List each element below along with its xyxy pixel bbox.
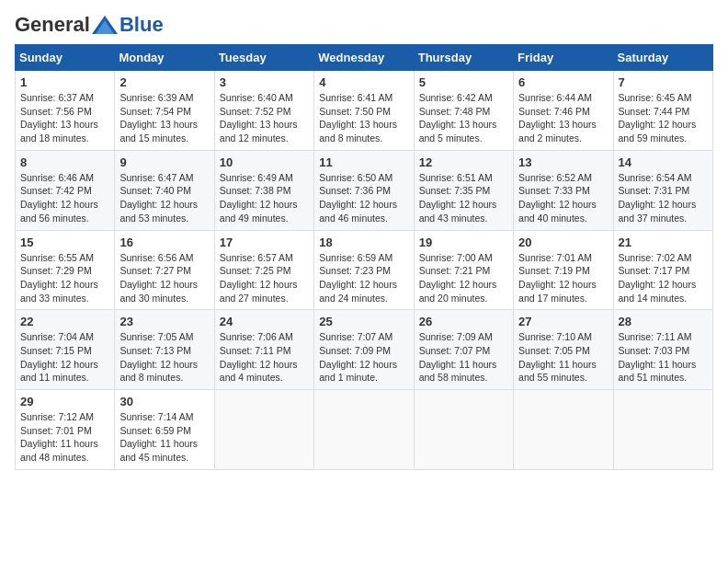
calendar-week-row: 22 Sunrise: 7:04 AMSunset: 7:15 PMDaylig… [16,310,713,390]
day-info: Sunrise: 7:10 AMSunset: 7:05 PMDaylight:… [518,331,597,383]
calendar-day-cell: 10 Sunrise: 6:49 AMSunset: 7:38 PMDaylig… [214,150,313,230]
calendar-header-day: Sunday [16,45,115,71]
calendar-day-cell [514,390,613,470]
day-number: 30 [119,395,209,408]
day-info: Sunrise: 6:57 AMSunset: 7:25 PMDaylight:… [220,252,298,304]
day-number: 19 [419,236,508,249]
day-info: Sunrise: 6:52 AMSunset: 7:33 PMDaylight:… [518,172,597,224]
calendar-day-cell: 16 Sunrise: 6:56 AMSunset: 7:27 PMDaylig… [115,230,214,310]
day-info: Sunrise: 6:40 AMSunset: 7:52 PMDaylight:… [220,92,298,144]
day-number: 23 [119,315,209,328]
calendar-day-cell: 19 Sunrise: 7:00 AMSunset: 7:21 PMDaylig… [414,230,513,310]
calendar-header-day: Monday [115,45,214,71]
day-number: 24 [220,315,309,328]
calendar-day-cell: 3 Sunrise: 6:40 AMSunset: 7:52 PMDayligh… [214,71,313,151]
day-info: Sunrise: 6:39 AMSunset: 7:54 PMDaylight:… [119,92,198,144]
day-info: Sunrise: 6:56 AMSunset: 7:27 PMDaylight:… [119,252,198,304]
day-number: 3 [220,75,309,89]
calendar-day-cell: 13 Sunrise: 6:52 AMSunset: 7:33 PMDaylig… [514,150,613,230]
day-info: Sunrise: 7:09 AMSunset: 7:07 PMDaylight:… [419,331,497,383]
calendar-week-row: 15 Sunrise: 6:55 AMSunset: 7:29 PMDaylig… [16,230,713,310]
day-info: Sunrise: 6:47 AMSunset: 7:40 PMDaylight:… [119,172,198,224]
calendar-day-cell: 29 Sunrise: 7:12 AMSunset: 7:01 PMDaylig… [16,390,115,470]
day-number: 20 [518,236,608,249]
day-info: Sunrise: 7:01 AMSunset: 7:19 PMDaylight:… [518,252,597,304]
calendar-day-cell: 18 Sunrise: 6:59 AMSunset: 7:23 PMDaylig… [314,230,414,310]
calendar-table: SundayMondayTuesdayWednesdayThursdayFrid… [15,44,713,470]
calendar-day-cell: 8 Sunrise: 6:46 AMSunset: 7:42 PMDayligh… [16,150,115,230]
day-info: Sunrise: 6:41 AMSunset: 7:50 PMDaylight:… [319,92,397,144]
calendar-day-cell [314,390,414,470]
day-info: Sunrise: 6:54 AMSunset: 7:31 PMDaylight:… [619,172,697,224]
calendar-day-cell [414,390,513,470]
day-info: Sunrise: 6:45 AMSunset: 7:44 PMDaylight:… [619,92,697,144]
day-info: Sunrise: 7:14 AMSunset: 6:59 PMDaylight:… [119,411,198,463]
calendar-day-cell: 24 Sunrise: 7:06 AMSunset: 7:11 PMDaylig… [214,310,313,390]
calendar-header-row: SundayMondayTuesdayWednesdayThursdayFrid… [16,45,713,71]
day-info: Sunrise: 7:02 AMSunset: 7:17 PMDaylight:… [619,252,697,304]
day-number: 18 [319,236,408,249]
day-info: Sunrise: 6:37 AMSunset: 7:56 PMDaylight:… [20,92,98,144]
day-info: Sunrise: 7:11 AMSunset: 7:03 PMDaylight:… [619,331,697,383]
day-number: 4 [319,75,408,89]
day-info: Sunrise: 7:00 AMSunset: 7:21 PMDaylight:… [419,252,497,304]
calendar-week-row: 29 Sunrise: 7:12 AMSunset: 7:01 PMDaylig… [16,390,713,470]
calendar-day-cell: 1 Sunrise: 6:37 AMSunset: 7:56 PMDayligh… [16,71,115,151]
calendar-day-cell: 2 Sunrise: 6:39 AMSunset: 7:54 PMDayligh… [115,71,214,151]
day-number: 1 [20,75,109,89]
day-number: 11 [319,155,408,169]
day-number: 12 [419,155,508,169]
calendar-day-cell: 20 Sunrise: 7:01 AMSunset: 7:19 PMDaylig… [514,230,613,310]
day-info: Sunrise: 6:46 AMSunset: 7:42 PMDaylight:… [20,172,98,224]
calendar-day-cell: 25 Sunrise: 7:07 AMSunset: 7:09 PMDaylig… [314,310,414,390]
day-info: Sunrise: 6:42 AMSunset: 7:48 PMDaylight:… [419,92,497,144]
day-number: 22 [20,315,109,328]
calendar-day-cell: 30 Sunrise: 7:14 AMSunset: 6:59 PMDaylig… [115,390,214,470]
calendar-week-row: 8 Sunrise: 6:46 AMSunset: 7:42 PMDayligh… [16,150,713,230]
day-info: Sunrise: 7:07 AMSunset: 7:09 PMDaylight:… [319,331,397,383]
calendar-header-day: Tuesday [214,45,313,71]
calendar-day-cell: 15 Sunrise: 6:55 AMSunset: 7:29 PMDaylig… [16,230,115,310]
day-info: Sunrise: 6:51 AMSunset: 7:35 PMDaylight:… [419,172,497,224]
day-info: Sunrise: 6:49 AMSunset: 7:38 PMDaylight:… [220,172,298,224]
day-number: 5 [419,75,508,89]
calendar-day-cell: 9 Sunrise: 6:47 AMSunset: 7:40 PMDayligh… [115,150,214,230]
day-number: 6 [518,75,608,89]
calendar-header-day: Friday [514,45,613,71]
day-number: 15 [20,236,109,249]
day-number: 27 [518,315,608,328]
day-number: 17 [220,236,309,249]
day-number: 13 [518,155,608,169]
day-info: Sunrise: 6:44 AMSunset: 7:46 PMDaylight:… [518,92,597,144]
calendar-day-cell [214,390,313,470]
logo-blue-text: Blue [119,15,164,35]
day-number: 2 [119,75,209,89]
calendar-day-cell: 28 Sunrise: 7:11 AMSunset: 7:03 PMDaylig… [613,310,712,390]
day-number: 9 [119,155,209,169]
day-number: 16 [119,236,209,249]
day-info: Sunrise: 6:50 AMSunset: 7:36 PMDaylight:… [319,172,397,224]
calendar-header-day: Thursday [414,45,513,71]
calendar-day-cell: 7 Sunrise: 6:45 AMSunset: 7:44 PMDayligh… [613,71,712,151]
calendar-day-cell: 23 Sunrise: 7:05 AMSunset: 7:13 PMDaylig… [115,310,214,390]
logo: General Blue [15,15,164,35]
day-number: 14 [619,155,708,169]
day-number: 21 [619,236,708,249]
calendar-header-day: Saturday [613,45,712,71]
calendar-day-cell: 27 Sunrise: 7:10 AMSunset: 7:05 PMDaylig… [514,310,613,390]
calendar-day-cell: 26 Sunrise: 7:09 AMSunset: 7:07 PMDaylig… [414,310,513,390]
day-info: Sunrise: 6:55 AMSunset: 7:29 PMDaylight:… [20,252,98,304]
calendar-day-cell: 6 Sunrise: 6:44 AMSunset: 7:46 PMDayligh… [514,71,613,151]
calendar-week-row: 1 Sunrise: 6:37 AMSunset: 7:56 PMDayligh… [16,71,713,151]
day-number: 8 [20,155,109,169]
calendar-day-cell [613,390,712,470]
calendar-day-cell: 14 Sunrise: 6:54 AMSunset: 7:31 PMDaylig… [613,150,712,230]
calendar-header-day: Wednesday [314,45,414,71]
day-number: 28 [619,315,708,328]
logo-general-text: General [15,15,90,35]
day-info: Sunrise: 7:12 AMSunset: 7:01 PMDaylight:… [20,411,98,463]
day-number: 7 [619,75,708,89]
day-info: Sunrise: 7:04 AMSunset: 7:15 PMDaylight:… [20,331,98,383]
calendar-day-cell: 12 Sunrise: 6:51 AMSunset: 7:35 PMDaylig… [414,150,513,230]
day-info: Sunrise: 6:59 AMSunset: 7:23 PMDaylight:… [319,252,397,304]
